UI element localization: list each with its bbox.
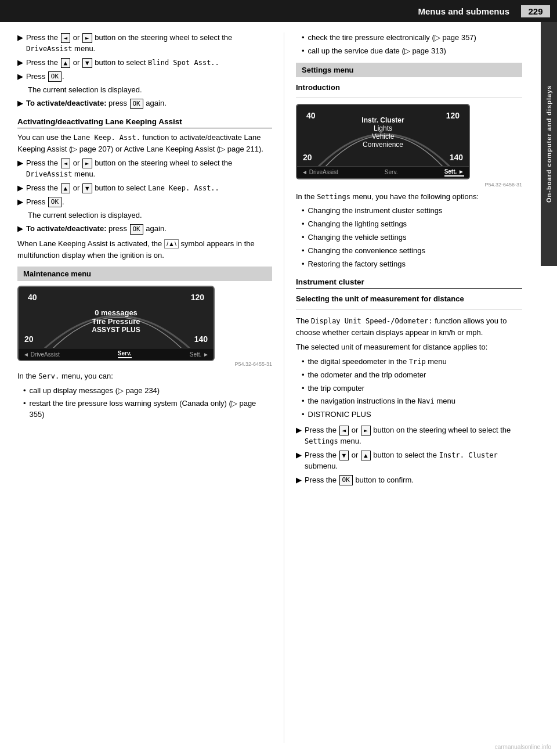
settings-opt-text-3: Changing the vehicle settings [308, 232, 407, 243]
settings-opt-text-5: Restoring the factory settings [308, 259, 406, 270]
settings-bullet-2: ▶ Press the ▼ or ▲ button to select the … [296, 450, 522, 472]
maintenance-menu-bar: Maintenance menu [17, 267, 272, 281]
serv-label: Serv. [38, 372, 59, 380]
unit-dot-text-2: the odometer and the trip odometer [308, 370, 426, 381]
activate-text-2: To activate/deactivate: press OK again. [26, 224, 272, 235]
settings-option-2: • Changing the lighting settings [302, 219, 522, 230]
section-heading-instrument: Instrument cluster [296, 278, 522, 289]
key-right-r: ► [361, 426, 371, 435]
blind-spot-label: Blind Spot Asst.. [148, 59, 219, 67]
sett-line1: Instr. Cluster [361, 116, 404, 124]
watermark: carmanualsonline.info [495, 744, 551, 750]
nav-driveassist: ◄ DriveAssist [23, 351, 60, 358]
right-dot-text-2: call up the service due date (▷ page 313… [308, 46, 446, 57]
unit-dot-1: • the digital speedometer in the Trip me… [302, 357, 522, 368]
unit-para-1: The Display Unit Speed-/Odometer: functi… [296, 315, 522, 338]
right-dot-2: • call up the service due date (▷ page 3… [302, 46, 522, 57]
right-dot-1: • check the tire pressure electronically… [302, 33, 522, 44]
activate-text: To activate/deactivate: press OK again. [26, 98, 272, 109]
arrow-icon: ▶ [296, 451, 301, 460]
maint-dot-1: • call up display messages (▷ page 234) [23, 386, 272, 397]
unit-dot-2: • the odometer and the trip odometer [302, 370, 522, 381]
key-right: ► [82, 159, 92, 168]
settings-label: Settings [317, 193, 350, 201]
bullet-item-lane3: ▶ Press OK. [17, 197, 272, 208]
dot-icon: • [23, 386, 26, 397]
side-tab-label: On-board computer and displays [541, 22, 557, 266]
nav-sett-active: Sett. ► [444, 168, 464, 177]
settings-opt-text-1: Changing the instrument cluster settings [308, 206, 443, 217]
key-right: ► [82, 33, 92, 43]
bullet-item-lane1: ▶ Press the ◄ or ► button on the steerin… [17, 158, 272, 180]
nav-serv-2: Serv. [385, 169, 398, 175]
driveassist-label-2: DriveAssist [26, 170, 72, 178]
key-left-r: ◄ [339, 426, 349, 435]
dot-icon: • [302, 206, 305, 217]
settings-option-1: • Changing the instrument cluster settin… [302, 206, 522, 217]
nav-sett: Sett. ► [190, 351, 209, 358]
settings-intro-para: In the Settings menu, you have the follo… [296, 191, 522, 203]
dot-icon: • [302, 246, 305, 257]
bullet-text: Press the ▲ or ▼ button to select Blind … [26, 57, 272, 69]
key-down-r: ▼ [339, 451, 349, 460]
key-ok-3: OK [48, 197, 62, 207]
bullet-item-lane2: ▶ Press the ▲ or ▼ button to select Lane… [17, 183, 272, 194]
left-column: ▶ Press the ◄ or ► button on the steerin… [0, 33, 284, 743]
current-selection-note: The current selection is displayed. [28, 85, 272, 96]
maint-dot-text-1: call up display messages (▷ page 234) [30, 386, 160, 397]
sett-line2: Lights [361, 124, 404, 132]
maint-bottom-bar: ◄ DriveAssist Serv. Sett. ► [19, 348, 214, 360]
dot-icon: • [23, 398, 26, 409]
settings-label-2: Settings [305, 437, 338, 445]
arrow-icon: ▶ [17, 224, 23, 234]
unit-dot-text-5: DISTRONIC PLUS [308, 409, 371, 420]
arrow-icon: ▶ [17, 58, 23, 68]
header-title: Menus and submenus [7, 6, 521, 16]
dot-icon: • [302, 219, 305, 230]
key-up: ▲ [61, 58, 71, 68]
settings-intro-heading: Introduction [296, 83, 522, 92]
maint-center-text: 0 messages Tire Pressure ASSYST PLUS [92, 308, 140, 334]
lane-keep-select-label: Lane Keep. Asst.. [148, 184, 219, 192]
arrow-icon: ▶ [17, 159, 23, 168]
divider [296, 98, 522, 98]
activate-item: ▶ To activate/deactivate: press OK again… [17, 98, 272, 109]
lane-intro-text: You can use the Lane Keep. Asst. functio… [17, 132, 272, 154]
maint-intro-text: In the Serv. menu, you can: [17, 370, 272, 382]
key-ok: OK [48, 71, 62, 81]
maint-ref: P54.32-6455-31 [17, 361, 272, 367]
bullet-item: ▶ Press the ◄ or ► button on the steerin… [17, 33, 272, 55]
arrow-icon: ▶ [17, 99, 23, 109]
maint-dot-2: • restart the tire pressure loss warning… [23, 398, 272, 420]
dot-icon: • [302, 259, 305, 270]
nav-driveassist-2: ◄ DriveAssist [302, 169, 338, 175]
maint-line1: 0 messages [92, 308, 140, 317]
section-heading-lane: Activating/deactivating Lane Keeping Ass… [17, 117, 272, 128]
sett-line4: Convenience [361, 141, 404, 149]
key-up: ▲ [61, 183, 71, 193]
dot-icon: • [302, 357, 305, 368]
arrow-icon: ▶ [17, 183, 23, 193]
settings-option-3: • Changing the vehicle settings [302, 232, 522, 243]
trip-label: Trip [409, 358, 426, 366]
dot-icon: • [302, 33, 305, 44]
settings-option-4: • Changing the convenience settings [302, 246, 522, 257]
display-unit-label: Display Unit Speed-/Odometer: [311, 317, 433, 325]
unit-dot-text-3: the trip computer [308, 383, 365, 394]
bullet-item: ▶ Press OK. [17, 71, 272, 82]
navi-label: Navi [418, 397, 435, 405]
key-ok-4: OK [130, 224, 143, 234]
activate-label-2: To activate/deactivate: [26, 224, 106, 233]
arrow-icon: ▶ [17, 197, 23, 207]
dot-icon: • [302, 370, 305, 381]
key-left: ◄ [61, 159, 71, 168]
activate-item-2: ▶ To activate/deactivate: press OK again… [17, 224, 272, 235]
content-area: ▶ Press the ◄ or ► button on the steerin… [0, 22, 557, 754]
arrow-icon: ▶ [17, 33, 23, 43]
key-left: ◄ [61, 33, 71, 43]
arrow-icon: ▶ [17, 72, 23, 82]
dot-icon: • [302, 46, 305, 57]
settings-option-5: • Restoring the factory settings [302, 259, 522, 270]
bullet-text: Press the ▲ or ▼ button to select Lane K… [26, 183, 272, 194]
right-column: • check the tire pressure electronically… [284, 33, 540, 743]
